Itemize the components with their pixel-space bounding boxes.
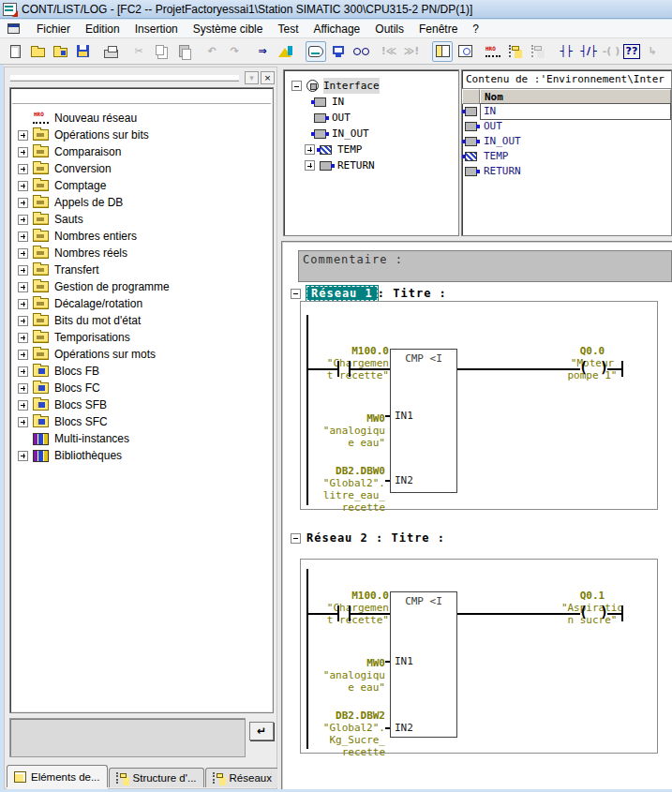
open-online-button[interactable] [50,41,70,62]
contents-row-inout[interactable]: IN_OUT [462,134,671,149]
contact-no-button[interactable]: ┤├ [556,41,576,62]
tree-item-bibliotheques[interactable]: Bibliothèques [16,447,273,464]
interface-temp-row[interactable]: TEMP [290,142,458,157]
contact-nc-button[interactable]: ┤/├ [578,41,599,62]
tree-item-conversion[interactable]: Conversion [16,160,273,177]
collapse-icon[interactable] [291,81,302,91]
expand-icon[interactable] [18,147,28,157]
in2-operand[interactable]: DB2.DBW2"Global2". Kg_Sucre_ recette [305,685,385,783]
tree-item-bits-mot-etat[interactable]: Bits du mot d'état [16,312,273,329]
tree-item-blocs-fb[interactable]: Blocs FB [16,363,273,380]
print-button[interactable] [100,41,121,62]
interface-inout-row[interactable]: IN_OUT [290,126,458,142]
in2-operand[interactable]: DB2.DBW0"Global2". litre_eau_ recette [305,441,385,538]
contact-no-icon[interactable] [337,361,339,377]
expand-icon[interactable] [18,282,28,292]
tree-item-multi-instances[interactable]: Multi-instances [16,430,273,447]
icon-column-header[interactable] [462,89,480,104]
next-error-button[interactable]: ≫! [401,41,422,62]
expand-icon[interactable] [305,160,315,171]
tree-item-blocs-fc[interactable]: Blocs FC [16,380,273,396]
new-network-button[interactable] [483,41,503,62]
monitor-on-off-button[interactable] [351,41,371,62]
tab-elements-de-programme[interactable]: Eléments de... [7,765,108,787]
expand-icon[interactable] [18,366,28,377]
goto-location-button[interactable]: ⇒ [252,41,273,62]
contents-row-out[interactable]: OUT [462,119,671,134]
tree-item-operations-bits[interactable]: Opérations sur bits [16,127,273,143]
menu-systeme-cible[interactable]: Système cible [186,21,271,37]
expand-icon[interactable] [18,130,28,141]
tree-item-temporisations[interactable]: Temporisations [16,329,273,346]
open-block-button[interactable] [27,41,48,62]
interface-out-row[interactable]: OUT [290,110,458,126]
expand-icon[interactable] [18,451,28,461]
name-column-header[interactable]: Nom [480,89,671,104]
tree-item-comptage[interactable]: Comptage [16,177,273,194]
paste-button[interactable] [173,41,194,62]
network-2-label[interactable]: Réseau 2 [306,531,368,545]
contents-row-return[interactable]: RETURN [462,164,671,179]
expand-icon[interactable] [18,248,28,259]
overview-toggle[interactable] [432,41,453,62]
menu-affichage[interactable]: Affichage [306,21,367,37]
expand-icon[interactable] [18,417,28,427]
coil-icon[interactable]: ( ) [579,360,610,376]
expand-icon[interactable] [18,232,28,242]
overview-dropdown-button[interactable]: ▾ [245,71,259,84]
collapse-icon[interactable] [291,533,301,544]
close-branch-button[interactable]: ↱ [665,41,672,62]
menu-fichier[interactable]: Fichier [29,21,78,37]
download-blocks-button[interactable] [275,41,295,62]
expand-icon[interactable] [18,181,28,191]
symbol-info-button[interactable] [328,41,349,62]
menu-fenetre[interactable]: Fenêtre [411,21,465,37]
menu-edition[interactable]: Edition [78,21,127,37]
tree-item-blocs-sfb[interactable]: Blocs SFB [16,396,273,413]
tree-item-comparaison[interactable]: Comparaison [16,143,273,160]
collapse-icon[interactable] [291,289,301,299]
coil-button[interactable]: -( ) [601,41,621,62]
tree-item-blocs-sfc[interactable]: Blocs SFC [16,413,273,430]
new-block-button[interactable] [5,41,25,62]
overview-close-button[interactable]: × [261,71,275,84]
tree-item-transfert[interactable]: Transfert [16,262,273,278]
expand-icon[interactable] [18,333,28,343]
contact-no-icon[interactable] [337,605,339,621]
expand-icon[interactable] [18,215,28,225]
program-structure-button[interactable] [505,41,526,62]
redo-button[interactable]: ↷ [224,41,245,62]
undo-button[interactable]: ↶ [202,41,222,62]
expand-icon[interactable] [18,198,28,208]
apply-element-button[interactable]: ↵ [249,722,274,740]
expand-icon[interactable] [18,350,28,360]
tree-item-operations-mots[interactable]: Opérations sur mots [16,346,273,363]
coil-icon[interactable]: ( ) [579,605,610,620]
overview-grip-bar[interactable]: ▾ × [7,70,275,85]
tree-item-nombres-entiers[interactable]: Nombres entiers [16,228,273,245]
detail-view-button[interactable] [455,41,475,62]
drag-grip[interactable] [10,75,239,82]
cut-button[interactable]: ✂ [128,41,149,62]
tree-item-nouveau-reseau[interactable]: Nouveau réseau [16,110,273,127]
expand-icon[interactable] [18,164,28,174]
menu-test[interactable]: Test [270,21,306,37]
menu-aide[interactable]: ? [465,21,486,37]
menu-insertion[interactable]: Insertion [127,21,186,37]
tab-structure-d-appel[interactable]: Structure d'... [109,768,204,787]
save-button[interactable] [72,41,93,62]
contents-row-in[interactable]: IN [462,104,671,119]
call-structure-button[interactable] [528,41,548,62]
tree-item-sauts[interactable]: Sauts [16,211,273,228]
expand-icon[interactable] [18,383,28,394]
expand-icon[interactable] [18,299,28,309]
tree-item-nombres-reels[interactable]: Nombres réels [16,245,273,262]
interface-return-row[interactable]: RETURN [290,157,458,173]
expand-icon[interactable] [305,144,315,155]
symbol-display-toggle[interactable] [306,41,326,62]
tree-item-appels-db[interactable]: Appels de DB [16,194,273,211]
block-comment-box[interactable]: Commentaire : [298,250,672,282]
expand-icon[interactable] [18,400,28,411]
network-2-title[interactable]: : Titre : [368,531,445,545]
network-1-title[interactable]: : Titre : [378,287,447,300]
